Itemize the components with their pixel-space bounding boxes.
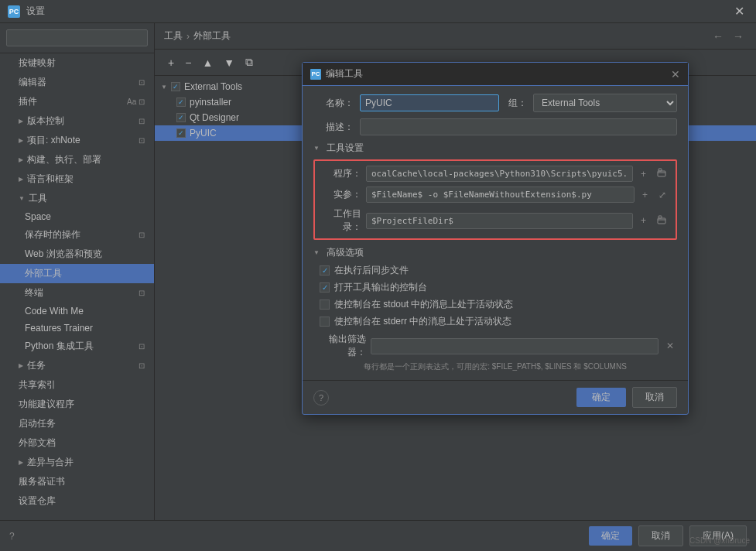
args-expand-button[interactable]: ⤢ [655, 188, 669, 202]
name-label: 名称： [313, 97, 354, 110]
workdir-label: 工作目录： [321, 207, 361, 234]
sidebar-item-external-tools[interactable]: 外部工具 [0, 264, 154, 283]
sidebar-search-container [0, 23, 154, 53]
filter-hint: 每行都是一个正则表达式，可用的宏: $FILE_PATH$, $LINES 和 … [313, 361, 677, 372]
remove-tool-button[interactable]: − [181, 55, 195, 70]
sidebar-item-lang[interactable]: ▶ 语言和框架 [0, 169, 154, 189]
sidebar-item-tasks[interactable]: ▶ 任务 ⊡ [0, 356, 154, 375]
copy-tool-button[interactable]: ⧉ [241, 54, 257, 70]
filter-input[interactable] [371, 338, 659, 354]
title-bar: PC 设置 ✕ [0, 0, 756, 23]
workdir-add-button[interactable]: + [638, 214, 649, 228]
sidebar-item-code-with-me[interactable]: Code With Me [0, 303, 154, 320]
checkbox4[interactable] [320, 317, 330, 327]
watermark: CSDN @xhBruce [689, 536, 750, 545]
sidebar-item-tools[interactable]: ▼ 工具 [0, 189, 154, 208]
checkbox3[interactable] [320, 299, 330, 310]
breadcrumb-tools: 工具 [164, 29, 183, 43]
help-link[interactable]: ? [9, 531, 15, 542]
workdir-input[interactable] [366, 213, 633, 229]
checkbox1[interactable]: ✓ [320, 265, 330, 276]
sidebar-item-external-docs[interactable]: 外部文档 [0, 433, 154, 453]
pyinstaller-checkbox[interactable]: ✓ [176, 98, 186, 107]
vcs-arrow: ▶ [19, 118, 23, 125]
program-input[interactable] [366, 166, 633, 182]
dialog-close-button[interactable]: ✕ [671, 69, 680, 80]
nav-back-button[interactable]: ← [710, 30, 727, 43]
checkbox2-row: ✓ 打开工具输出的控制台 [313, 281, 677, 294]
sidebar-item-keymaps[interactable]: 按键映射 [0, 53, 154, 73]
add-tool-button[interactable]: + [164, 55, 178, 70]
ok-button[interactable]: 确定 [589, 526, 632, 546]
sidebar-item-web-browser[interactable]: Web 浏览器和预览 [0, 245, 154, 264]
app-icon: PC [8, 5, 20, 18]
desc-label: 描述： [313, 121, 354, 134]
sidebar-item-vcs[interactable]: ▶ 版本控制 ⊡ [0, 111, 154, 131]
svg-rect-2 [658, 218, 665, 224]
args-row: 实参： + ⤢ [321, 187, 669, 203]
sidebar-item-suggestions[interactable]: 功能建议程序 [0, 395, 154, 414]
move-up-button[interactable]: ▲ [198, 55, 217, 70]
cancel-button[interactable]: 取消 [638, 525, 683, 546]
sidebar-item-build[interactable]: ▶ 构建、执行、部署 [0, 150, 154, 169]
tool-settings-section-title[interactable]: ▼ 工具设置 [313, 142, 677, 155]
diff-arrow: ▶ [19, 459, 23, 466]
tool-settings-arrow: ▼ [313, 145, 320, 152]
move-down-button[interactable]: ▼ [220, 55, 238, 70]
args-input[interactable] [366, 187, 635, 203]
program-add-button[interactable]: + [638, 167, 649, 181]
dialog-body: 名称： 组： External Tools 描述： ▼ 工具设置 [303, 86, 688, 380]
dialog-footer: ? 确定 取消 [303, 380, 688, 414]
pyuic-label: PyUIC [190, 128, 217, 139]
qt-designer-checkbox[interactable]: ✓ [176, 113, 186, 122]
project-icon: ⊡ [139, 136, 145, 145]
program-label: 程序： [321, 167, 361, 180]
desc-input[interactable] [360, 118, 677, 135]
help-button[interactable]: ? [313, 390, 329, 406]
dialog-cancel-button[interactable]: 取消 [632, 387, 677, 408]
content-header: 工具 › 外部工具 ← → [155, 23, 756, 50]
sidebar-item-python-integration[interactable]: Python 集成工具 ⊡ [0, 337, 154, 356]
group-checkbox[interactable]: ✓ [171, 82, 180, 91]
checkbox2-label: 打开工具输出的控制台 [334, 281, 427, 294]
breadcrumb-sep: › [186, 31, 190, 42]
advanced-arrow: ▼ [313, 249, 320, 256]
sidebar-item-features-trainer[interactable]: Features Trainer [0, 320, 154, 337]
pyinstaller-label: pyinstaller [190, 97, 231, 108]
checkbox2[interactable]: ✓ [320, 282, 330, 293]
sidebar-item-save-actions[interactable]: 保存时的操作 ⊡ [0, 225, 154, 245]
group-select[interactable]: External Tools [533, 94, 677, 112]
sidebar-search-input[interactable] [6, 29, 148, 46]
sidebar-item-settings-repo[interactable]: 设置仓库 [0, 491, 154, 511]
sidebar-item-editor[interactable]: 编辑器 ⊡ [0, 73, 154, 92]
program-browse-button[interactable] [654, 166, 669, 181]
checkbox3-row: 使控制台在 stdout 中的消息上处于活动状态 [313, 298, 677, 311]
dialog-icon: PC [310, 69, 321, 80]
breadcrumb-external-tools: 外部工具 [193, 29, 231, 43]
advanced-section-title[interactable]: ▼ 高级选项 [313, 246, 677, 259]
sidebar-item-diff-merge[interactable]: ▶ 差异与合并 [0, 453, 154, 472]
pyuic-checkbox[interactable]: ✓ [176, 128, 186, 138]
sidebar-item-server-cert[interactable]: 服务器证书 [0, 472, 154, 491]
filter-clear-button[interactable]: ✕ [663, 339, 677, 353]
workdir-browse-button[interactable] [654, 214, 669, 228]
sidebar-item-project[interactable]: ▶ 项目: xhNote ⊡ [0, 131, 154, 150]
sidebar-item-startup-tasks[interactable]: 启动任务 [0, 414, 154, 433]
sidebar-item-plugins[interactable]: 插件 Aa ⊡ [0, 92, 154, 111]
window-close-button[interactable]: ✕ [730, 4, 748, 19]
vcs-icon: ⊡ [139, 117, 145, 125]
sidebar-item-share-index[interactable]: 共享索引 [0, 375, 154, 395]
terminal-icon: ⊡ [139, 289, 145, 297]
dialog-ok-button[interactable]: 确定 [576, 388, 626, 407]
dialog-title-text: 编辑工具 [326, 67, 363, 80]
content-area: 工具 › 外部工具 ← → + − ▲ ▼ ⧉ ▼ ✓ External Too… [155, 23, 756, 520]
filter-label: 输出筛选器： [320, 333, 366, 359]
group-label-text: 组： [505, 97, 527, 110]
workdir-row: 工作目录： + [321, 207, 669, 234]
name-input[interactable] [360, 94, 499, 111]
sidebar-item-space[interactable]: Space [0, 208, 154, 225]
args-add-button[interactable]: + [639, 188, 651, 202]
group-arrow: ▼ [161, 84, 167, 91]
nav-forward-button[interactable]: → [730, 30, 747, 43]
sidebar-item-terminal[interactable]: 终端 ⊡ [0, 283, 154, 303]
